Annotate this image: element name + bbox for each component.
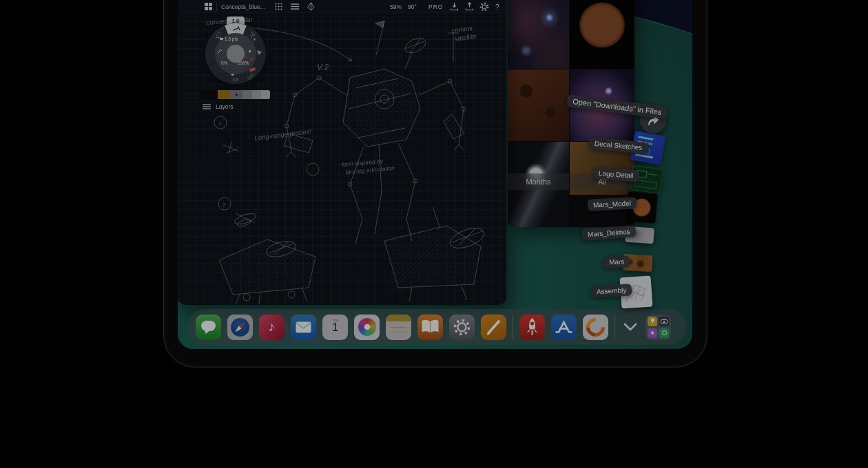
photos-window: Months All (508, 0, 634, 227)
brush-detail-label: 1.6 pts (225, 36, 238, 41)
settings-gear-icon[interactable] (479, 2, 489, 12)
decal-mark-1 (638, 136, 653, 140)
dock-icon-notes[interactable] (386, 315, 411, 340)
opacity-marker-dot (250, 58, 253, 61)
brush-mini-icon (217, 48, 223, 55)
layers-button[interactable]: Layers (203, 103, 234, 110)
rocket-icon (519, 315, 545, 340)
color-swatch-bar (200, 90, 270, 99)
dock-icon-app-store[interactable] (551, 315, 577, 340)
brush-swatch-icon (220, 38, 223, 41)
camera-icon (661, 319, 668, 324)
photo-horsehead-nebula[interactable] (508, 0, 569, 69)
months-label: Months (526, 178, 550, 186)
notes-line-2 (391, 332, 406, 333)
min-opacity-label: 0% (221, 61, 227, 65)
ipad-screen: Months All (178, 0, 692, 349)
photo-mars-terrain[interactable] (508, 70, 569, 141)
dock-divider-2 (614, 315, 615, 339)
compass-needle-icon (231, 318, 249, 337)
ring-icon (662, 330, 667, 335)
chat-bubble-tail (203, 329, 210, 337)
dock-icon-settings[interactable] (449, 315, 475, 340)
dock-icon-photos[interactable] (354, 315, 380, 340)
brush-size-bottom: 6.8 (233, 78, 238, 82)
swatch-gray-2[interactable] (242, 90, 252, 99)
select-tool-icon (256, 50, 262, 56)
app-library-green-tile (659, 328, 669, 338)
logo-mark-2 (648, 173, 657, 176)
contrast-icon[interactable]: ◑ (247, 47, 251, 54)
pro-badge[interactable]: PRO (428, 3, 443, 10)
concepts-c-swirl-icon (583, 315, 608, 340)
photos-flower-icon (358, 318, 376, 336)
menu-lines-icon[interactable] (290, 2, 300, 11)
annotation-version: V.2 (317, 63, 329, 72)
photos-months-segment[interactable]: Months (508, 173, 569, 190)
drag-label-assembly[interactable]: Assembly (591, 284, 632, 297)
toolbar-divider (216, 3, 217, 11)
app-library-star-tile: ★ (648, 328, 657, 338)
dock-icon-sketch-pen[interactable] (481, 315, 506, 340)
dock-icon-messages[interactable] (196, 315, 221, 340)
dock-collapse-button[interactable] (621, 321, 639, 333)
annotation-marker-2: 2 (222, 202, 226, 208)
swatch-gold[interactable] (218, 90, 230, 99)
swatch-gray-4[interactable] (261, 90, 270, 99)
chevron-down-icon (621, 321, 639, 333)
layers-menu-icon (203, 103, 211, 110)
envelope-icon (296, 321, 311, 333)
pencil-tool-icon (233, 25, 241, 32)
precision-grid-icon[interactable] (274, 2, 283, 11)
tool-wheel-inner[interactable]: 1.6 pts 0% 100% ◑ (215, 33, 256, 74)
help-icon[interactable]: ? (495, 3, 499, 11)
tool-wheel[interactable]: 1.6 (203, 17, 269, 87)
document-title[interactable]: Concepts_blue... (221, 3, 265, 10)
dock-icon-app-library[interactable]: ★ (645, 315, 671, 340)
rotation-value[interactable]: 90° (408, 3, 417, 10)
open-book-icon (417, 315, 443, 340)
dock: ♪ Tue 1 (187, 309, 687, 345)
notes-yellow-band (386, 315, 411, 321)
lightbulb-icon (650, 318, 655, 324)
app-library-tips-tile (648, 317, 657, 326)
app-store-a-icon (551, 315, 577, 340)
dock-icon-safari[interactable] (227, 315, 253, 340)
drag-label-mars[interactable]: Mars (603, 255, 630, 268)
pen-icon (481, 315, 506, 340)
notes-line-1 (391, 327, 406, 328)
dock-icon-calendar[interactable]: Tue 1 (322, 315, 348, 340)
decal-mark-5 (635, 153, 653, 158)
dock-icon-books[interactable] (417, 315, 443, 340)
dock-divider-1 (513, 315, 513, 339)
import-icon[interactable] (450, 2, 459, 11)
dock-icon-music[interactable]: ♪ (259, 315, 285, 340)
swatch-gray-3[interactable] (252, 90, 261, 99)
pen-nib-icon[interactable] (307, 2, 316, 11)
chat-bubble-icon (201, 321, 216, 331)
share-export-icon[interactable] (465, 2, 474, 11)
music-note-icon: ♪ (269, 319, 276, 334)
projects-grid-icon[interactable] (204, 2, 213, 11)
zoom-level[interactable]: 59% (390, 3, 402, 10)
gear-icon (449, 315, 475, 340)
photo-mars-globe[interactable] (570, 0, 634, 69)
calendar-day: 1 (322, 322, 348, 333)
swatch-gray-selected[interactable] (230, 90, 242, 99)
decal-mark-3 (648, 142, 652, 145)
dock-icon-rocket[interactable] (519, 315, 545, 340)
scene: Months All (0, 0, 868, 468)
dock-icon-mail[interactable] (291, 315, 316, 340)
annotation-marker-1: 1 (218, 120, 221, 127)
layers-label: Layers (216, 103, 234, 110)
dock-icon-concepts[interactable] (583, 315, 608, 340)
concepts-window: connect to solar comms satellite V.2 Lon… (178, 0, 506, 305)
swatch-black[interactable] (200, 90, 218, 99)
max-opacity-label: 100% (238, 61, 249, 65)
app-library-camera-tile (659, 317, 669, 326)
